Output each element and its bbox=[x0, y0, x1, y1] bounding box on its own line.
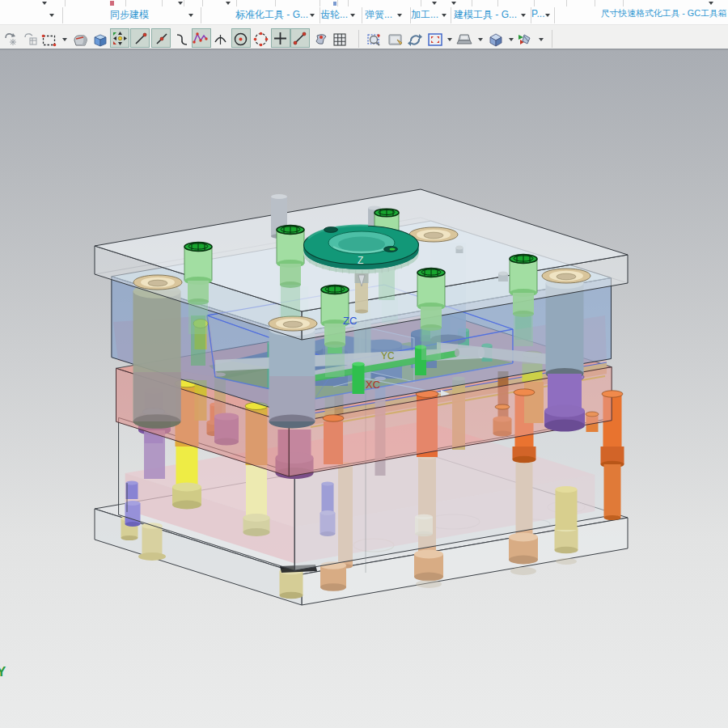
svg-text:Y: Y bbox=[0, 664, 6, 679]
svg-text:YC: YC bbox=[381, 350, 395, 362]
svg-text:ZC: ZC bbox=[343, 315, 357, 327]
svg-text:Z: Z bbox=[358, 255, 363, 266]
svg-text:XC: XC bbox=[366, 379, 380, 391]
